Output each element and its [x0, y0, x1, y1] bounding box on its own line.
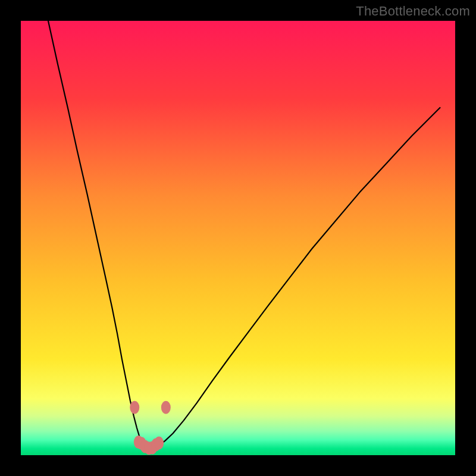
- background-gradient: [21, 21, 455, 455]
- watermark-text: TheBottleneck.com: [356, 4, 470, 19]
- plot-area: [21, 21, 455, 455]
- valley-marker-0: [130, 401, 139, 414]
- valley-marker-7: [154, 437, 164, 450]
- svg-rect-0: [21, 21, 455, 455]
- valley-marker-8: [161, 401, 171, 414]
- chart-canvas: TheBottleneck.com: [0, 0, 476, 476]
